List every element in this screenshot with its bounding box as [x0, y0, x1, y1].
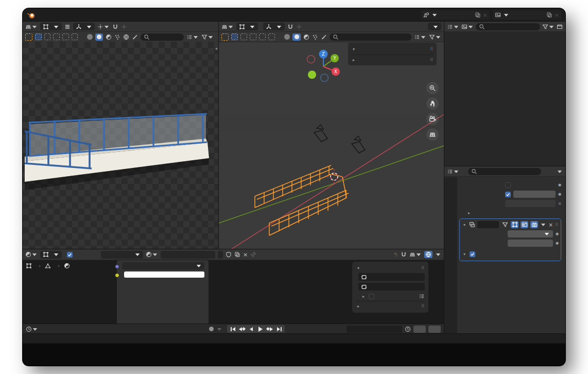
mode-dropdown[interactable] — [40, 23, 62, 30]
overlay-dropdown-icon[interactable] — [414, 34, 426, 40]
camera-view-button[interactable] — [426, 113, 439, 125]
node-dropdown[interactable] — [122, 262, 204, 269]
snap-magnet-icon[interactable] — [112, 24, 118, 30]
overlay-dropdown-icon[interactable] — [435, 251, 441, 258]
principled-bsdf-node[interactable] — [116, 260, 209, 324]
fit-type-dropdown[interactable] — [508, 230, 553, 237]
select-mode-subtract-icon[interactable] — [250, 33, 256, 40]
pan-hand-button[interactable] — [426, 97, 439, 110]
snap-mode-icon[interactable] — [409, 251, 422, 258]
material-users-count[interactable] — [218, 251, 223, 259]
scene-selector[interactable]: × — [421, 10, 490, 20]
slot-dropdown[interactable] — [101, 251, 143, 259]
material-name-field[interactable] — [161, 251, 215, 259]
editor-type-icon[interactable] — [26, 326, 38, 332]
node-label-field[interactable] — [358, 283, 425, 291]
edit-mode-toggle[interactable] — [511, 221, 518, 228]
node-panel-header[interactable]: ▾⠿ — [356, 264, 425, 272]
ortho-grid-button[interactable] — [426, 128, 439, 141]
relative-offset-checkbox[interactable] — [470, 251, 475, 257]
paint-brush-icon[interactable] — [321, 34, 327, 40]
shading-solid-icon[interactable] — [284, 34, 290, 40]
select-mode-intersect-icon[interactable] — [72, 33, 78, 40]
fake-user-shield-icon[interactable] — [226, 251, 232, 258]
collapse-icon[interactable]: ▾ — [462, 223, 467, 227]
shading-material-icon[interactable] — [303, 34, 309, 40]
sidebar-toggle-arrow[interactable]: ◂ — [215, 46, 217, 51]
play-button[interactable] — [256, 326, 265, 332]
subsurface-color-swatch[interactable] — [124, 271, 204, 278]
render-toggle[interactable] — [530, 221, 538, 228]
snap-target-icon[interactable] — [97, 24, 110, 30]
proportional-edit-icon[interactable] — [121, 24, 127, 30]
on-cage-toggle[interactable] — [501, 221, 509, 228]
play-reverse-button[interactable] — [247, 326, 255, 332]
material-browse-icon[interactable] — [146, 251, 158, 258]
delete-modifier-icon[interactable]: × — [548, 222, 553, 228]
wlasciwosci-panel-header[interactable]: ▸⠿ — [356, 301, 425, 311]
viewport-center-content[interactable]: Z Y X ▾ ⠿ ▸ ⠿ — [219, 42, 444, 249]
options-dropdown[interactable] — [428, 23, 441, 30]
frame-start-field[interactable] — [413, 326, 426, 333]
auto-keying-icon[interactable] — [209, 327, 214, 331]
outliner-mode-icon[interactable] — [461, 24, 474, 30]
zoom-button[interactable] — [426, 82, 439, 94]
mode-dropdown[interactable] — [236, 23, 258, 30]
overlay-dropdown-icon[interactable] — [186, 34, 199, 40]
select-mode-extend-icon[interactable] — [44, 33, 51, 40]
count-field[interactable] — [508, 240, 553, 247]
copy-material-icon[interactable] — [234, 251, 240, 258]
editor-type-icon[interactable] — [221, 24, 234, 30]
shading-rendered-icon[interactable] — [114, 34, 120, 40]
node-name-field[interactable] — [358, 273, 425, 281]
properties-search-input[interactable] — [468, 168, 541, 175]
navigation-gizmo[interactable]: Z Y X — [304, 46, 341, 83]
blender-logo-icon[interactable] — [27, 11, 36, 20]
viewport-left-content[interactable]: ◂ — [23, 42, 219, 249]
shading-world-icon[interactable] — [123, 34, 129, 40]
go-parent-node-icon[interactable]: ↰ — [393, 251, 398, 258]
shading-solid-icon[interactable] — [87, 34, 93, 40]
clipping-checkbox[interactable] — [505, 182, 511, 188]
active-tool-icon[interactable] — [25, 33, 32, 41]
paint-brush-icon[interactable] — [132, 34, 138, 40]
proportional-edit-icon[interactable] — [296, 24, 302, 30]
overlay-toggle-icon[interactable] — [424, 251, 433, 258]
select-mode-invert-icon[interactable] — [62, 33, 69, 40]
merge-checkbox[interactable] — [505, 192, 511, 197]
snap-magnet-icon[interactable] — [287, 24, 293, 30]
scene-delete-icon[interactable]: × — [483, 12, 488, 19]
shading-active-icon[interactable] — [95, 33, 103, 41]
snap-magnet-icon[interactable] — [401, 251, 407, 258]
select-mode-set-icon[interactable] — [231, 33, 238, 40]
drag-handle[interactable]: ⠿ — [555, 223, 559, 227]
collapsed-menus-icon[interactable] — [64, 24, 71, 30]
select-mode-subtract-icon[interactable] — [53, 33, 60, 40]
shader-canvas[interactable]: › › ▾⠿ ▸ ▸⠿ — [23, 260, 437, 324]
orientation-dropdown[interactable] — [73, 23, 95, 30]
filter-icon[interactable] — [429, 34, 441, 40]
viewlayer-delete-icon[interactable]: × — [555, 12, 559, 19]
outliner-filter-icon[interactable] — [542, 24, 555, 30]
transform-panel-header[interactable]: ▾ ⠿ — [351, 45, 434, 53]
jump-to-end-button[interactable] — [275, 326, 283, 332]
shading-rendered-icon[interactable] — [312, 34, 318, 40]
data-panel-header[interactable]: ▸ — [459, 208, 561, 217]
use-nodes-toggle[interactable] — [67, 252, 75, 258]
shading-active-icon[interactable] — [292, 33, 301, 41]
pin-icon[interactable] — [250, 251, 256, 258]
extras-dropdown-icon[interactable] — [540, 222, 546, 228]
kolor-list-icon[interactable] — [419, 293, 425, 299]
new-collection-icon[interactable] — [557, 24, 563, 30]
display-mode-icon[interactable] — [447, 24, 459, 30]
unlink-material-icon[interactable]: × — [243, 251, 248, 258]
jump-to-start-button[interactable] — [229, 326, 237, 332]
kolor-panel-header[interactable]: ▸ — [356, 292, 425, 301]
filter-icon[interactable] — [201, 34, 214, 40]
frame-end-field[interactable] — [428, 326, 441, 333]
orientation-dropdown[interactable] — [263, 23, 285, 30]
editor-type-icon[interactable] — [447, 168, 459, 175]
editor-type-icon[interactable] — [25, 251, 38, 258]
shading-material-icon[interactable] — [106, 34, 112, 40]
bisect-value-field[interactable] — [505, 200, 556, 207]
